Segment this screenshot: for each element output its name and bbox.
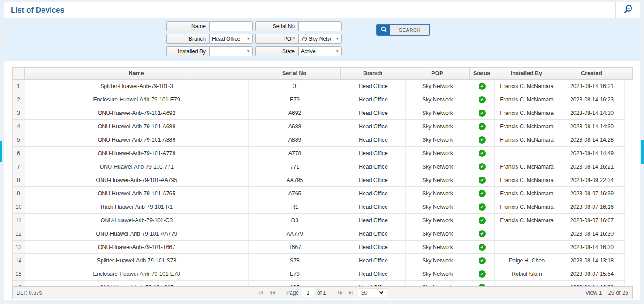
branch-cell: Head Office [341,267,406,281]
table-row[interactable]: 8 ONU-Huawei-Arib-79-101-AA795 AA795 Hea… [13,173,625,187]
table-row[interactable]: 12 ONU-Huawei-Arib-79-101-AA779 AA779 He… [13,227,625,241]
state-filter-select[interactable]: Active ▼ [298,46,342,56]
filter-serial-no: Serial No [255,21,342,31]
branch-cell: Head Office [341,214,406,227]
first-page-button[interactable] [258,290,265,296]
branch-filter-select[interactable]: Head Office ▼ [209,34,253,44]
last-page-button[interactable] [347,290,355,296]
serial-no-cell: A778 [249,147,341,160]
device-name-cell: ONU-Huawei-Arib-79-101-A765 [25,187,249,200]
device-name-cell: ONU-Huawei-Arib-79-101-AA779 [25,227,249,241]
status-active-icon: ✔ [479,230,486,237]
page-size-select[interactable]: 50 [358,288,387,297]
left-edge-handle[interactable] [0,141,2,162]
device-name-cell: ONU-Huawei-Arib-79-101-771 [25,160,249,173]
serial-no-filter-label: Serial No [255,21,298,31]
pop-cell: Sky Network [406,106,470,120]
row-number-cell: 16 [13,281,25,286]
chevron-down-icon [379,291,384,295]
table-row[interactable]: 5 ONU-Huawei-Arib-79-101-A889 A889 Head … [13,133,625,147]
device-name-cell: Splitter-Huawei-Arib-79-101-3 [25,80,249,93]
status-cell: ✔ [470,106,495,120]
serial-no-cell: T667 [249,241,341,254]
installed-by-cell: Francis C. McNamara [495,133,559,147]
column-header-installed-by[interactable]: Installed By [494,67,559,80]
pop-cell: Sky Network [406,187,470,200]
search-icon [377,25,390,35]
pop-cell: Sky Network [406,120,470,133]
installed-by-cell: Francis C. McNamara [495,214,559,227]
status-active-icon: ✔ [479,150,486,157]
installed-by-cell [495,281,559,286]
status-cell: ✔ [470,227,495,241]
row-number-cell: 12 [13,227,25,241]
installed-by-filter-select[interactable]: ▼ [209,46,253,56]
created-cell: 2023-08-07 16:39 [559,187,625,200]
filter-branch: Branch Head Office ▼ [166,34,253,44]
table-row[interactable]: 13 ONU-Huawei-Arib-79-101-T667 T667 Head… [13,241,625,254]
table-row[interactable]: 7 ONU-Huawei-Arib-79-101-771 771 Head Of… [13,160,625,173]
table-row[interactable]: 15 Enclosure-Huawei-Arib-79-101-E78 E78 … [13,267,625,281]
branch-cell: Head Office [341,160,406,173]
branch-cell: Head Office [341,173,406,187]
serial-no-cell: AA779 [249,227,341,241]
table-row[interactable]: 1 Splitter-Huawei-Arib-79-101-3 3 Head O… [13,80,625,93]
table-row[interactable]: 11 ONU-Huawei-Arib-79-101-O3 O3 Head Off… [13,214,625,227]
pager-divider [281,289,281,296]
serial-no-cell: 771 [249,160,341,173]
table-row[interactable]: 16 ONU-Huawei-Arib-79-101-225 225 Head O… [13,281,625,286]
column-header-status[interactable]: Status [470,67,494,80]
status-cell: ✔ [470,147,495,160]
created-cell: 2023-08-14 14:28 [559,133,625,147]
page-of-label: of 1 [317,290,326,296]
table-row[interactable]: 6 ONU-Huawei-Arib-79-101-A778 A778 Head … [13,147,625,160]
status-cell: ✔ [470,93,495,106]
pop-cell: Sky Network [406,160,470,173]
serial-no-cell: A692 [249,106,341,120]
branch-cell: Head Office [341,106,406,120]
table-row[interactable]: 3 ONU-Huawei-Arib-79-101-A692 A692 Head … [13,106,625,120]
branch-cell: Head Office [341,93,406,106]
table-row[interactable]: 14 Splitter-Huawei-Arib-79-101-S78 S78 H… [13,254,625,267]
branch-cell: Head Office [341,241,406,254]
pop-cell: Sky Network [406,214,470,227]
chevron-down-icon: ▼ [246,50,250,53]
pop-cell: Sky Network [406,133,470,147]
table-row[interactable]: 2 Enclosure-Huawei-Arib-79-101-E79 E79 H… [13,93,625,106]
created-cell: 2023-08-14 13:18 [559,254,625,267]
status-cell: ✔ [470,120,495,133]
status-active-icon: ✔ [479,190,486,197]
column-header-serial-no[interactable]: Serial No [248,67,341,80]
serial-no-filter-input[interactable] [298,21,342,31]
pager: Page of 1 50 [258,288,387,297]
table-row[interactable]: 4 ONU-Huawei-Arib-79-101-A688 A688 Head … [13,120,625,133]
column-header-created[interactable]: Created [559,67,624,80]
device-name-cell: ONU-Huawei-Arib-79-101-AA795 [25,173,249,187]
pop-filter-select[interactable]: 79-Sky Netw ▼ [298,34,342,44]
status-cell: ✔ [470,214,495,227]
table-row[interactable]: 9 ONU-Huawei-Arib-79-101-A765 A765 Head … [13,187,625,200]
filter-state: State Active ▼ [255,46,342,56]
column-header-name[interactable]: Name [25,67,248,80]
state-selected-value: Active [301,48,316,55]
status-active-icon: ✔ [479,257,486,264]
device-name-cell: ONU-Huawei-Arib-79-101-A692 [25,106,249,120]
device-name-cell: ONU-Huawei-Arib-79-101-A688 [25,120,249,133]
right-edge-handle[interactable] [641,140,644,164]
status-active-icon: ✔ [479,177,486,184]
status-active-icon: ✔ [479,203,486,211]
search-button[interactable]: SEARCH [376,24,430,36]
name-filter-input[interactable] [209,21,253,31]
page-number-input[interactable] [302,288,314,297]
column-header-pop[interactable]: POP [405,67,470,80]
next-page-button[interactable] [336,290,344,296]
row-number-cell: 15 [13,267,25,281]
pop-cell: Sky Network [406,254,470,267]
branch-cell: Head Office [341,147,406,160]
title-bar: List of Devices [4,2,640,18]
table-row[interactable]: 10 Rack-Huawei-Arib-79-101-R1 R1 Head Of… [13,200,625,214]
column-header-branch[interactable]: Branch [341,67,405,80]
previous-page-button[interactable] [268,290,276,296]
toggle-search-button[interactable] [616,2,640,18]
branch-cell: Head Office [341,133,406,147]
